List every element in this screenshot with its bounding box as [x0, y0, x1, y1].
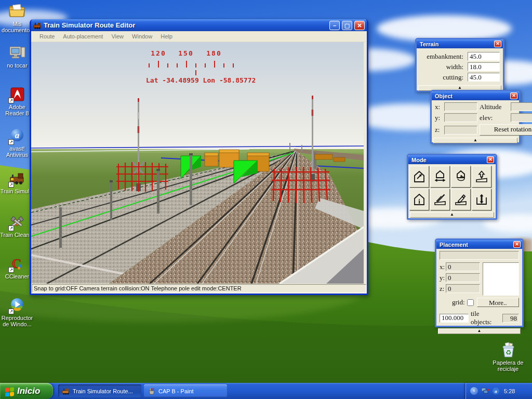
tile-objects-count: 98	[502, 314, 519, 323]
window-titlebar[interactable]: Train Simulator Route Editor – ▢ ✕	[31, 19, 367, 31]
z-label: z:	[435, 126, 442, 134]
more-button[interactable]: More..	[477, 298, 519, 307]
object-x-field[interactable]	[444, 102, 477, 111]
object-y-field[interactable]	[444, 113, 477, 122]
avast-tray-icon[interactable]: a	[492, 387, 500, 395]
terrain-panel-title: Terrain	[420, 41, 494, 47]
maximize-button[interactable]: ▢	[342, 21, 352, 30]
reset-rotation-button[interactable]: Reset rotation	[480, 124, 532, 136]
close-icon[interactable]: ✕	[494, 41, 501, 47]
scale-input[interactable]	[440, 314, 469, 323]
minimize-button[interactable]: –	[329, 21, 340, 30]
train-icon: ↗	[8, 170, 26, 187]
tile-objects-label: tile objects:	[471, 310, 500, 326]
mode-terrain-cut-button[interactable]	[430, 189, 450, 210]
placement-x-field[interactable]: 0	[446, 262, 480, 271]
status-text: Snap to grid:OFF Camera terrain collisio…	[32, 284, 366, 293]
windows-flag-icon	[4, 386, 15, 396]
mode-panel-titlebar[interactable]: Mode ✕	[408, 155, 496, 164]
mode-place-object-button[interactable]	[409, 166, 429, 188]
mode-panel: Mode ✕ i	[407, 154, 497, 220]
elev-field[interactable]	[511, 113, 532, 122]
taskbar-button-label: CAP B - Paint	[158, 388, 194, 394]
menu-auto-placement[interactable]: Auto-placement	[59, 33, 107, 39]
cutting-label: cutting:	[420, 73, 468, 82]
compass-heading-180: 180	[203, 49, 225, 57]
desktop-icon-media-player[interactable]: ↗ Reproductor de Windo...	[0, 297, 34, 327]
mode-move-object-button[interactable]	[430, 166, 450, 188]
taskbar-button-route-editor[interactable]: Train Simulator Route...	[58, 384, 141, 397]
mode-terrain-raise-lower-button[interactable]	[472, 189, 491, 210]
width-input[interactable]	[468, 62, 500, 71]
placement-object-listbox[interactable]	[483, 262, 519, 296]
placement-panel-title: Placement	[440, 242, 513, 248]
cutting-input[interactable]	[468, 73, 500, 82]
train-icon	[62, 388, 70, 395]
menu-bar: Route Auto-placement View Window Help	[31, 31, 367, 42]
placement-object-name-field[interactable]	[440, 251, 519, 260]
taskbar-button-label: Train Simulator Route...	[73, 388, 133, 394]
taskbar-button-paint[interactable]: CAP B - Paint	[144, 384, 227, 397]
3d-viewport[interactable]: 120 150 180 Lat -34.48959 Lon -58.85772	[31, 42, 364, 284]
placement-panel: Placement ✕ x:0 y:0 z:0 grid: More.. til…	[435, 238, 524, 327]
compass-center-tick	[195, 70, 196, 75]
shortcut-arrow-icon: ↗	[8, 225, 14, 231]
close-icon[interactable]: ✕	[513, 241, 521, 248]
object-height-icon	[475, 170, 488, 183]
taskbar-clock[interactable]: 5:28	[504, 388, 515, 394]
menu-view[interactable]: View	[107, 33, 128, 39]
panel-collapse-bar[interactable]: ▲	[433, 138, 517, 143]
shortcut-arrow-icon: ↗	[8, 267, 14, 273]
x-label: x:	[440, 263, 446, 271]
mode-object-info-button[interactable]: i	[409, 189, 429, 210]
mode-rotate-object-button[interactable]	[451, 166, 471, 188]
hide-icons-chevron[interactable]: ‹	[470, 387, 478, 395]
object-panel-titlebar[interactable]: Object ✕	[432, 91, 519, 100]
svg-text:♻: ♻	[506, 349, 512, 356]
status-bar: Snap to grid:OFF Camera terrain collisio…	[31, 284, 367, 292]
object-z-field[interactable]	[444, 126, 477, 135]
panel-collapse-bar[interactable]: ▲	[410, 212, 494, 218]
network-disconnected-icon[interactable]: ✕	[481, 387, 489, 395]
place-object-icon	[413, 170, 426, 183]
avast-icon: a ↗	[8, 128, 26, 144]
compass-heading-150: 150	[175, 49, 197, 57]
y-label: y:	[435, 114, 442, 122]
altitude-field[interactable]	[511, 102, 532, 111]
terrain-pencil-icon	[454, 193, 468, 206]
terrain-panel: Terrain ✕ embankment: width: cutting: ▲	[415, 38, 504, 92]
desktop-icon-recycle-bin[interactable]: ♻ Papelera de reciclaje	[487, 342, 529, 372]
menu-help[interactable]: Help	[156, 33, 177, 39]
embankment-input[interactable]	[468, 52, 500, 61]
paint-icon	[148, 388, 156, 395]
mode-object-height-button[interactable]	[472, 166, 491, 188]
placement-z-field[interactable]: 0	[446, 284, 480, 293]
grid-label: grid:	[452, 298, 465, 307]
object-info-icon: i	[413, 193, 426, 206]
svg-text:a: a	[495, 389, 497, 394]
menu-route[interactable]: Route	[35, 33, 59, 39]
my-documents-icon	[8, 3, 26, 20]
placement-y-field[interactable]: 0	[446, 273, 480, 282]
close-button[interactable]: ✕	[354, 21, 365, 30]
altitude-label: Altitude	[480, 103, 509, 111]
embankment-label: embankment:	[420, 52, 468, 61]
mode-panel-title: Mode	[411, 157, 487, 163]
width-label: width:	[420, 63, 468, 71]
adobe-reader-icon: ↗	[8, 86, 26, 103]
start-button[interactable]: Inicio	[0, 383, 53, 399]
svg-text:✕: ✕	[486, 387, 489, 393]
terrain-panel-titlebar[interactable]: Terrain ✕	[417, 39, 503, 48]
shortcut-arrow-icon: ↗	[8, 309, 14, 314]
placement-panel-titlebar[interactable]: Placement ✕	[436, 240, 522, 249]
menu-window[interactable]: Window	[128, 33, 156, 39]
panel-collapse-bar[interactable]: ▲	[438, 328, 521, 334]
close-icon[interactable]: ✕	[487, 156, 494, 163]
ccleaner-icon: C ↗	[8, 256, 26, 272]
close-icon[interactable]: ✕	[510, 92, 517, 99]
svg-text:a: a	[15, 130, 20, 140]
desktop: Mis documentos no tocar ↗ Adobe Reader 8…	[0, 0, 532, 399]
grid-checkbox[interactable]	[467, 299, 474, 306]
mode-terrain-pencil-button[interactable]	[451, 189, 471, 210]
shortcut-arrow-icon: ↗	[8, 98, 14, 103]
